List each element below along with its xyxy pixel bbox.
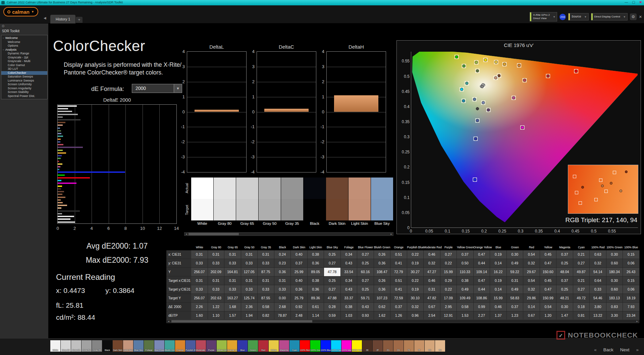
meter-dropdown[interactable]: X-Rite i1Pro 2 Direct View ▼	[530, 12, 557, 21]
palette-patch-7g[interactable]: 7G	[425, 340, 435, 352]
palette-patch-blue[interactable]: Blue	[237, 340, 248, 352]
table-cell: 0.37	[390, 303, 407, 311]
expander-icon[interactable]: −	[3, 48, 4, 51]
y-tick-label: 3	[247, 64, 255, 69]
palette-patch-purplish-blue[interactable]: Purplish Blue	[185, 340, 196, 352]
palette-patch-red[interactable]: Red	[258, 340, 268, 352]
palette-patch-gray-35[interactable]: Gray 35	[92, 340, 102, 352]
maximize-icon[interactable]: ▢	[632, 0, 635, 4]
table-cell: 150.60	[540, 268, 557, 276]
back-button[interactable]: Back	[603, 347, 613, 352]
next-button[interactable]: Next	[620, 347, 630, 352]
add-tab-button[interactable]: +	[76, 17, 83, 23]
palette-patch-gray-65[interactable]: Gray 65	[71, 340, 81, 352]
palette-patch-white[interactable]: White	[50, 340, 60, 352]
scroll-right-icon[interactable]: ▸	[635, 320, 639, 323]
current-x: x: 0.4473	[56, 287, 85, 294]
display-control-dropdown[interactable]: Direct Display Control ▼	[591, 13, 628, 20]
sidebar-item-grayscale-2pt[interactable]: Grayscale - 2pt	[1, 56, 47, 60]
palette-patch-moderate-red[interactable]: Moderate Red	[196, 340, 206, 352]
palette-patch-100-green[interactable]: 100% Green	[310, 340, 320, 352]
close-icon[interactable]: ✕	[639, 0, 642, 4]
calman-logo-button[interactable]: calman ▼	[3, 7, 38, 16]
palette-patch-100-yellow[interactable]: 100% Yellow	[352, 340, 362, 352]
table-cell: 0.67	[424, 303, 440, 311]
swatch-strip-scrollbar[interactable]: ◂ ▸	[184, 232, 393, 236]
palette-patch-yellow[interactable]: Yellow	[269, 340, 279, 352]
palette-patch-yellow-green[interactable]: Yellow Green	[217, 340, 227, 352]
actual-swatch	[371, 178, 393, 199]
sidebar-item-welcome[interactable]: Welcome	[1, 40, 47, 44]
sidebar-item-screen-stability[interactable]: Screen Stability	[1, 90, 47, 94]
palette-patch-purple[interactable]: Purple	[206, 340, 216, 352]
palette-patch-bluish-green[interactable]: Bluish Green	[165, 340, 175, 352]
sidebar-item-screen-angularity[interactable]: Screen Angularity	[1, 87, 47, 91]
palette-patch-green[interactable]: Green	[248, 340, 258, 352]
palette-patch-blue-sky[interactable]: Blue Sky	[133, 340, 144, 352]
sidebar-section-analysis[interactable]: −Analysis	[1, 48, 47, 52]
sidebar-item-color-gamut[interactable]: Color Gamut	[1, 63, 47, 67]
sidebar-item-options[interactable]: Options	[1, 44, 47, 48]
scroll-right-icon[interactable]: ▸	[389, 233, 393, 236]
sidebar-section-welcome[interactable]: −Welcome	[1, 36, 47, 40]
target-swatch	[304, 199, 326, 220]
source-dropdown[interactable]: Source ▼	[568, 13, 588, 20]
sidebar-item-spectral-power-dist[interactable]: Spectral Power Dist.	[1, 94, 47, 98]
gear-icon[interactable]: ⚙	[630, 13, 637, 20]
minimize-icon[interactable]: —	[625, 0, 628, 4]
expander-icon[interactable]: −	[3, 37, 4, 40]
table-corner-cell	[166, 244, 191, 250]
panel-close-icon[interactable]: ✕	[639, 15, 642, 19]
sidebar-item-screen-uniformity[interactable]: Screen Uniformity	[1, 83, 47, 87]
palette-patch-7h[interactable]: 7H	[435, 340, 445, 352]
palette-patch-cyan[interactable]: Cyan	[289, 340, 300, 352]
table-scrollbar[interactable]: ◂ ▸	[166, 319, 639, 323]
sidebar-item-grayscale-multi[interactable]: Grayscale - Multi	[1, 59, 47, 63]
table-cell: 109.14	[474, 268, 490, 276]
table-cell: 33.37	[341, 294, 358, 303]
sidebar-item-dynamic-range[interactable]: Dynamic Range	[1, 52, 47, 56]
palette-patch-label: Orange Yellow	[227, 349, 237, 351]
table-cell: 0.37	[556, 250, 573, 259]
palette-patch-label: Foliage	[144, 349, 154, 351]
collapse-sidebar-icon[interactable]: ◀	[44, 16, 46, 20]
palette-patch-orange[interactable]: Orange	[175, 340, 185, 352]
palette-patch-100-cyan[interactable]: 100% Cyan	[331, 340, 341, 352]
palette-patch-blue-flower[interactable]: Blue Flower	[154, 340, 164, 352]
palette-patch-2g[interactable]: 2G	[383, 340, 393, 352]
sidebar-item-saturation-sweeps[interactable]: Saturation Sweeps	[1, 75, 47, 79]
palette-patch-label: Bluish Green	[165, 349, 175, 351]
palette-patch-gray-80[interactable]: Gray 80	[61, 340, 71, 352]
column-header-magenta: Magenta	[556, 244, 573, 250]
palette-patch-2h[interactable]: 2H	[393, 340, 404, 352]
scroll-left-icon[interactable]: ◂	[167, 320, 170, 323]
palette-patch-orange-yellow[interactable]: Orange Yellow	[227, 340, 237, 352]
de-formula-select[interactable]: 2000 ▼	[132, 84, 182, 93]
sidebar-item-luminance-sweeps[interactable]: Luminance Sweeps	[1, 79, 47, 83]
palette-patch-2e[interactable]: 2E	[362, 340, 372, 352]
palette-patch-magenta[interactable]: Magenta	[279, 340, 289, 352]
table-cell: 0.33	[258, 285, 274, 294]
palette-patch-light-skin[interactable]: Light Skin	[123, 340, 133, 352]
palette-patch-dark-skin[interactable]: Dark Skin	[113, 340, 123, 352]
palette-patch-100-blue[interactable]: 100% Blue	[321, 340, 331, 352]
table-cell: 0.25	[556, 285, 573, 294]
palette-patch-2f[interactable]: 2F	[373, 340, 383, 352]
palette-patch-7e[interactable]: 7E	[404, 340, 414, 352]
next-arrows-icon[interactable]: »	[636, 347, 639, 352]
tab-history-1[interactable]: History 1	[50, 15, 75, 23]
back-arrows-icon[interactable]: «	[594, 347, 597, 352]
sidebar-item-3d-lut[interactable]: 3D LUT	[1, 67, 47, 71]
sidebar-item-colorchecker[interactable]: ColorChecker	[1, 71, 47, 75]
sidebar-menu-icon[interactable]: ⊙	[2, 24, 4, 28]
scroll-left-icon[interactable]: ◂	[184, 233, 188, 236]
patch-label: Dark Skin	[326, 220, 348, 226]
scrollbar-thumb[interactable]	[189, 233, 239, 235]
palette-patch-7f[interactable]: 7F	[414, 340, 424, 352]
palette-patch-gray-50[interactable]: Gray 50	[82, 340, 92, 352]
scrollbar-thumb[interactable]	[171, 320, 312, 322]
palette-patch-black[interactable]: Black	[102, 340, 112, 352]
palette-patch-100-magenta[interactable]: 100% Magenta	[341, 340, 352, 352]
palette-patch-foliage[interactable]: Foliage	[144, 340, 154, 352]
palette-patch-100-red[interactable]: 100% Red	[300, 340, 310, 352]
